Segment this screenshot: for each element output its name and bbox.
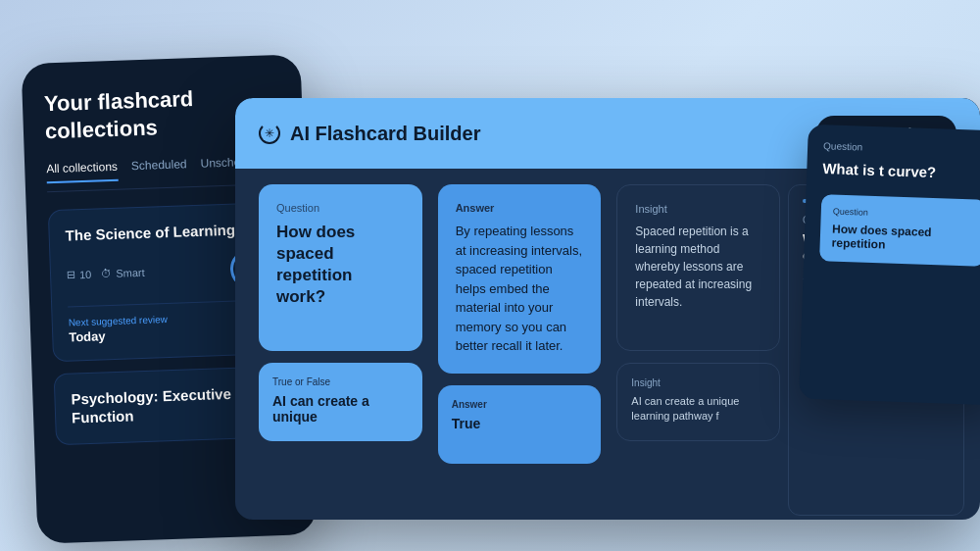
overlap-inner-card: Question How does spaced repetition: [819, 194, 980, 267]
answer-2-card: Answer True: [438, 385, 602, 464]
answer-2-label: Answer: [452, 399, 588, 410]
question-col: Question How does spaced repetition work…: [251, 184, 430, 516]
answer-card: Answer By repeating lessons at increasin…: [438, 184, 602, 374]
card-icon: ⊟: [67, 268, 75, 280]
clock-icon: ⏱: [101, 268, 112, 279]
insight-2-text: AI can create a unique learning pathway …: [631, 394, 765, 425]
meta-left-1: ⊟ 10 ⏱ Smart: [67, 266, 145, 281]
logo-icon: [259, 123, 280, 144]
true-false-label: True or False: [272, 376, 409, 387]
question-label: Question: [276, 202, 405, 214]
true-false-text: AI can create a unique: [272, 393, 409, 425]
answer-text: By repeating lessons at increasing inter…: [456, 222, 584, 356]
answer-label: Answer: [456, 202, 584, 214]
smart-badge: ⏱ Smart: [101, 266, 145, 279]
insight-label: Insight: [635, 203, 761, 215]
header-logo: AI Flashcard Builder: [259, 123, 481, 145]
tab-all-collections[interactable]: All collections: [46, 160, 118, 184]
overlap-question-label: Question: [823, 140, 980, 157]
header-title: AI Flashcard Builder: [290, 123, 481, 145]
question-card: Question How does spaced repetition work…: [259, 184, 422, 351]
overlap-question-text: What is t curve?: [822, 159, 980, 183]
overlap-inner-label: Question: [833, 206, 974, 221]
overlap-inner-text: How does spaced repetition: [832, 222, 974, 254]
insight-2-card: Insight AI can create a unique learning …: [616, 363, 780, 441]
insight-card: Insight Spaced repetition is a learning …: [616, 184, 780, 351]
insight-col: Insight Spaced repetition is a learning …: [609, 184, 788, 516]
answer-2-text: True: [452, 416, 588, 431]
answer-col: Answer By repeating lessons at increasin…: [430, 184, 610, 516]
card-count-badge: ⊟ 10: [67, 268, 92, 281]
overlap-right-card: Question What is t curve? Question How d…: [799, 125, 980, 406]
tab-scheduled[interactable]: Scheduled: [131, 157, 187, 180]
insight-2-label: Insight: [631, 377, 765, 388]
insight-text: Spaced repetition is a learning method w…: [635, 223, 761, 311]
true-false-card: True or False AI can create a unique: [259, 363, 422, 441]
question-text: How does spaced repetition work?: [276, 222, 405, 308]
